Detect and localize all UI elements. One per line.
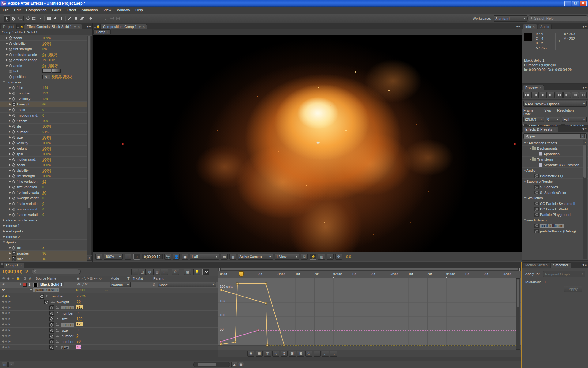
- property-value[interactable]: 61%: [42, 130, 49, 134]
- property-keyframe-row[interactable]: ◀ ◆ ▶ number 0: [0, 333, 218, 339]
- property-graph-icon[interactable]: [56, 334, 60, 338]
- keyframe-navigator[interactable]: ◀ ◆ ▶: [2, 328, 11, 332]
- graph-footer-button[interactable]: ◉: [247, 351, 254, 357]
- toggle-modes-button[interactable]: ≡: [8, 362, 14, 367]
- next-keyframe-icon[interactable]: ▶: [9, 294, 11, 297]
- expander-icon[interactable]: ▶: [9, 136, 12, 139]
- stopwatch-icon[interactable]: [49, 311, 54, 316]
- effect-property-row[interactable]: ▶ f-velocity varia 30: [0, 190, 87, 195]
- effect-property-row[interactable]: ▶ f-number 132: [0, 90, 87, 96]
- effects-tree-row[interactable]: ▼ Transform: [522, 157, 588, 162]
- property-value[interactable]: 96: [76, 339, 81, 343]
- menu-item[interactable]: Animation: [79, 7, 100, 14]
- timeline-search-input[interactable]: [32, 269, 81, 274]
- property-value[interactable]: 100%: [42, 158, 51, 161]
- stopwatch-icon[interactable]: [12, 135, 16, 139]
- expander-icon[interactable]: ▶: [2, 219, 6, 221]
- next-keyframe-icon[interactable]: ▶: [9, 306, 11, 309]
- property-name[interactable]: number: [61, 334, 74, 338]
- expander-icon[interactable]: ▶: [9, 197, 12, 199]
- parent-column-label[interactable]: Parent: [153, 277, 163, 280]
- frame-blend-toggle-icon[interactable]: ▩: [184, 269, 191, 275]
- view-axis-mode-icon[interactable]: [115, 15, 121, 21]
- effect-property-row[interactable]: ▼ Sparks: [0, 240, 87, 245]
- property-graph-icon[interactable]: [56, 340, 60, 344]
- property-keyframe-row[interactable]: ◀ ◆ ▶ number 179: [0, 322, 218, 328]
- tree-item-label[interactable]: CC Particle World: [540, 207, 568, 211]
- expander-icon[interactable]: ▶: [9, 92, 12, 94]
- stopwatch-icon[interactable]: [12, 256, 16, 261]
- stopwatch-icon[interactable]: [12, 163, 16, 167]
- expander-icon[interactable]: ▼: [529, 158, 532, 161]
- prev-keyframe-icon[interactable]: ◀: [2, 306, 4, 309]
- work-area-bar[interactable]: [218, 268, 521, 271]
- effect-property-row[interactable]: ▶ f-velocity 129: [0, 96, 87, 102]
- menu-item[interactable]: Composition: [23, 7, 49, 14]
- tree-item-label[interactable]: Sapphire Render: [526, 180, 553, 183]
- tree-item-label[interactable]: S_SparklesColor: [540, 191, 566, 194]
- zoom-out-mountain-icon[interactable]: ⛰: [231, 362, 237, 367]
- property-value[interactable]: ⊕640.0, 360.0: [42, 75, 72, 79]
- property-value[interactable]: 0: [42, 196, 44, 200]
- effect-property-row[interactable]: ▶ velocity 100%: [0, 140, 87, 146]
- scrollbar-thumb[interactable]: [198, 363, 216, 366]
- keyframe-navigator[interactable]: ◀ ◆ ▶: [2, 345, 11, 349]
- keyframe-navigator[interactable]: ◀ ◆ ▶: [2, 334, 11, 337]
- property-graph-icon[interactable]: [56, 345, 60, 349]
- parent-pickwhip-icon[interactable]: ◎: [153, 282, 155, 286]
- property-keyframe-row[interactable]: ◀ ◆ ▶ size 45: [0, 345, 218, 351]
- tree-item-label[interactable]: * Animation Presets: [526, 141, 557, 145]
- layer-row[interactable]: 👁 ▼ 1 Black Solid 1 -❋- ╱ fx Normal▼ ◎ N…: [0, 282, 218, 288]
- stopwatch-icon[interactable]: [9, 58, 13, 62]
- property-value[interactable]: 132: [42, 91, 48, 95]
- expander-icon[interactable]: ▶: [9, 169, 12, 172]
- property-graph-icon[interactable]: [51, 300, 55, 304]
- next-keyframe-icon[interactable]: ▶: [9, 323, 11, 326]
- panel-gripper[interactable]: [94, 25, 96, 28]
- skip-dropdown[interactable]: 0▼: [546, 117, 560, 122]
- expander-icon[interactable]: ▶: [9, 147, 12, 150]
- property-value[interactable]: 0x +89.2°: [42, 53, 57, 56]
- effects-tree-row[interactable]: particleIllusion: [522, 223, 588, 228]
- trkmat-column-label[interactable]: TrkMat: [133, 277, 143, 280]
- expander-icon[interactable]: ▶: [9, 163, 12, 166]
- effect-property-row[interactable]: ▶ intense 2: [0, 234, 87, 240]
- expander-icon[interactable]: ▼: [529, 147, 532, 150]
- lock-icon[interactable]: 🔒: [20, 25, 23, 28]
- property-value[interactable]: 100%: [42, 141, 51, 145]
- magnification-dropdown[interactable]: 100%▼: [104, 254, 123, 260]
- show-channel-icon[interactable]: ◉: [182, 254, 188, 260]
- camera-dropdown[interactable]: Active Camera▼: [238, 254, 273, 260]
- effect-property-row[interactable]: ▶ size 104%: [0, 135, 87, 140]
- effects-tree-row[interactable]: CC Particle World: [522, 206, 588, 212]
- property-name[interactable]: size: [61, 346, 69, 349]
- property-graph-icon[interactable]: [56, 328, 60, 332]
- layer-visibility-icon[interactable]: 👁: [2, 283, 5, 286]
- stopwatch-icon[interactable]: [9, 52, 13, 56]
- effect-property-row[interactable]: ▶ lead sparks: [0, 228, 87, 234]
- effect-property-row[interactable]: ▶ size 45: [0, 256, 87, 262]
- graph-editor[interactable]: 200 units150100500: [218, 278, 521, 350]
- apply-button[interactable]: Apply: [564, 286, 582, 292]
- clone-stamp-tool-icon[interactable]: [73, 15, 79, 21]
- property-graph-icon[interactable]: [56, 311, 60, 315]
- scroll-up-arrow[interactable]: ▲: [583, 140, 587, 145]
- property-value[interactable]: 0: [42, 108, 44, 112]
- expander-icon[interactable]: ▶: [9, 174, 12, 177]
- property-value[interactable]: 45: [76, 345, 81, 349]
- effect-expander-icon[interactable]: ▼: [30, 289, 32, 291]
- property-value[interactable]: 100%: [42, 174, 51, 178]
- stopwatch-icon[interactable]: [12, 130, 16, 134]
- auto-keyframe-icon[interactable]: ⏱: [172, 269, 179, 275]
- keyframe-diamond-icon[interactable]: ◆: [5, 328, 7, 332]
- help-search-input[interactable]: Search Help: [527, 15, 588, 21]
- expander-icon[interactable]: ▶: [6, 53, 9, 56]
- snapshot-icon[interactable]: 📷: [164, 254, 171, 260]
- viewer-tab-comp1[interactable]: Comp 1: [93, 29, 111, 34]
- graph-footer-button[interactable]: ⊟: [297, 351, 304, 357]
- effect-property-row[interactable]: ▶ number 61%: [0, 129, 87, 135]
- resolution-dropdown[interactable]: Half▼: [190, 254, 219, 260]
- property-graph-icon[interactable]: [56, 317, 60, 321]
- expander-icon[interactable]: ▶: [9, 213, 12, 216]
- graph-footer-button[interactable]: ◇: [305, 351, 312, 357]
